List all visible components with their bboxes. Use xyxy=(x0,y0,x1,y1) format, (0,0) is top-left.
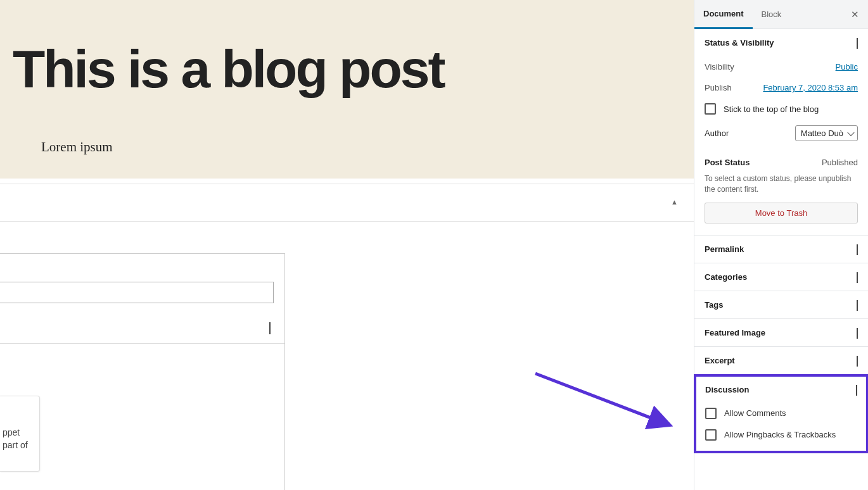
post-title[interactable]: This is a blog post xyxy=(13,44,694,95)
chevron-down-icon xyxy=(857,272,858,282)
panel-header-permalink[interactable]: Permalink xyxy=(694,236,868,263)
settings-sidebar: Document Block ✕ Status & Visibility Vis… xyxy=(694,0,868,490)
sidebar-tabs: Document Block ✕ xyxy=(694,0,868,29)
post-body-text[interactable]: Lorem ipsum xyxy=(41,139,694,155)
chevron-down-icon xyxy=(857,328,858,337)
move-to-trash-button[interactable]: Move to Trash xyxy=(705,203,858,223)
stick-checkbox[interactable] xyxy=(705,103,716,115)
partial-metabox xyxy=(0,253,285,490)
collapse-up-icon[interactable]: ▲ xyxy=(671,198,678,206)
panel-title-discussion: Discussion xyxy=(705,385,749,394)
stick-label: Stick to the top of the blog xyxy=(724,104,819,114)
panel-header-status[interactable]: Status & Visibility xyxy=(694,29,868,56)
panel-status-visibility: Status & Visibility Visibility Public Pu… xyxy=(694,29,868,236)
allow-pingbacks-row[interactable]: Allow Pingbacks & Trackbacks xyxy=(705,424,857,446)
chevron-up-icon xyxy=(856,385,857,394)
panel-header-tags[interactable]: Tags xyxy=(694,291,868,318)
author-label: Author xyxy=(705,129,729,138)
chevron-down-icon xyxy=(857,356,858,365)
chevron-down-icon xyxy=(857,300,858,310)
chevron-up-icon xyxy=(857,38,858,47)
snippet-line-1: ppet xyxy=(3,427,35,439)
author-value: Matteo Duò xyxy=(801,129,843,138)
panel-excerpt: Excerpt xyxy=(694,347,868,375)
panel-header-excerpt[interactable]: Excerpt xyxy=(694,347,868,374)
metabox-strip: ▲ xyxy=(0,184,694,222)
panel-title-status: Status & Visibility xyxy=(705,38,774,47)
post-status-value: Published xyxy=(822,158,858,167)
editor-hero: This is a blog post Lorem ipsum xyxy=(0,0,694,179)
tab-block[interactable]: Block xyxy=(753,0,791,28)
allow-comments-label: Allow Comments xyxy=(724,408,786,418)
close-sidebar-icon[interactable]: ✕ xyxy=(851,9,859,20)
allow-comments-row[interactable]: Allow Comments xyxy=(705,403,857,424)
panel-tags: Tags xyxy=(694,291,868,319)
below-hero-area: ▲ ppet part of xyxy=(0,179,694,490)
visibility-label: Visibility xyxy=(705,62,734,72)
svg-line-0 xyxy=(535,374,667,424)
panel-title-featured-image: Featured Image xyxy=(705,328,765,337)
allow-comments-checkbox[interactable] xyxy=(705,408,717,419)
author-select[interactable]: Matteo Duò xyxy=(795,125,858,141)
metabox-section-row[interactable] xyxy=(0,311,284,344)
editor-main: This is a blog post Lorem ipsum ▲ ppet p… xyxy=(0,0,694,490)
panel-permalink: Permalink xyxy=(694,236,868,263)
snippet-line-2: part of xyxy=(3,439,35,452)
allow-pingbacks-checkbox[interactable] xyxy=(705,429,717,441)
tab-document[interactable]: Document xyxy=(694,1,753,29)
snippet-preview-fragment: ppet part of xyxy=(0,396,40,472)
panel-title-categories: Categories xyxy=(705,272,747,282)
annotation-arrow xyxy=(529,368,694,444)
status-help-text: To select a custom status, please unpubl… xyxy=(705,171,858,203)
panel-title-tags: Tags xyxy=(705,300,723,310)
panel-title-excerpt: Excerpt xyxy=(705,356,735,365)
post-status-label: Post Status xyxy=(705,158,750,167)
panel-discussion: Discussion Allow Comments Allow Pingback… xyxy=(694,374,868,453)
metabox-input[interactable] xyxy=(0,282,274,303)
panel-header-categories[interactable]: Categories xyxy=(694,263,868,291)
allow-pingbacks-label: Allow Pingbacks & Trackbacks xyxy=(724,430,836,439)
chevron-up-icon xyxy=(269,322,271,334)
stick-to-top-row[interactable]: Stick to the top of the blog xyxy=(705,98,858,120)
panel-title-permalink: Permalink xyxy=(705,244,744,254)
panel-categories: Categories xyxy=(694,263,868,291)
visibility-value-link[interactable]: Public xyxy=(836,62,858,72)
panel-header-featured-image[interactable]: Featured Image xyxy=(694,319,868,346)
chevron-down-icon xyxy=(857,244,858,254)
panel-featured-image: Featured Image xyxy=(694,319,868,347)
panel-header-discussion[interactable]: Discussion xyxy=(696,377,866,403)
publish-label: Publish xyxy=(705,83,732,92)
publish-date-link[interactable]: February 7, 2020 8:53 am xyxy=(763,83,858,92)
